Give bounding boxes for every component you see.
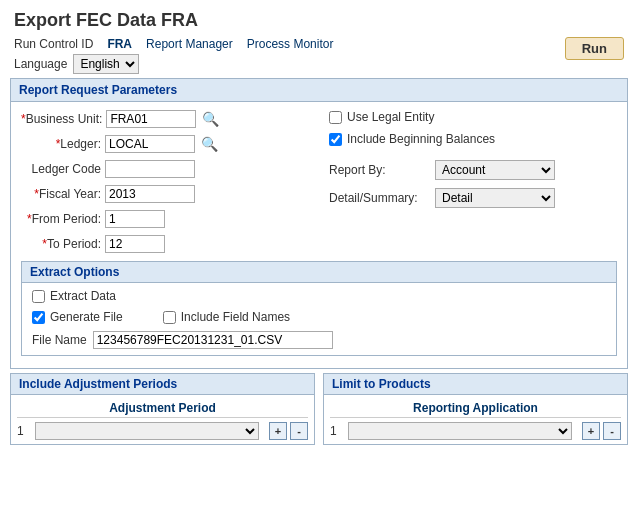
generate-file-checkbox[interactable]	[32, 311, 45, 324]
fiscal-year-label: Fiscal Year:	[21, 187, 101, 201]
extract-options-panel: Extract Options Extract Data Generate Fi…	[21, 261, 617, 356]
add-adjustment-period-button[interactable]: +	[269, 422, 287, 440]
process-monitor-link[interactable]: Process Monitor	[247, 37, 334, 51]
from-period-label: From Period:	[21, 212, 101, 226]
adjustment-period-col-header: Adjustment Period	[17, 401, 308, 415]
add-reporting-application-button[interactable]: +	[582, 422, 600, 440]
extract-data-label: Extract Data	[50, 289, 116, 303]
business-unit-label: Business Unit:	[21, 112, 102, 126]
extract-data-checkbox[interactable]	[32, 290, 45, 303]
adjustment-period-row: 1 + -	[17, 422, 308, 440]
report-by-select[interactable]: Account Department Project	[435, 160, 555, 180]
use-legal-entity-label: Use Legal Entity	[347, 110, 434, 124]
file-name-input[interactable]	[93, 331, 333, 349]
ledger-code-input[interactable]	[105, 160, 195, 178]
include-field-names-label: Include Field Names	[181, 310, 290, 324]
adj-row-num: 1	[17, 424, 31, 438]
limit-to-products-panel: Limit to Products Reporting Application …	[323, 373, 628, 445]
reporting-application-select[interactable]	[348, 422, 572, 440]
ledger-search-icon[interactable]: 🔍	[201, 136, 218, 152]
page-title: Export FEC Data FRA	[0, 0, 638, 37]
remove-adjustment-period-button[interactable]: -	[290, 422, 308, 440]
include-field-names-checkbox[interactable]	[163, 311, 176, 324]
business-unit-input[interactable]	[106, 110, 196, 128]
language-select[interactable]: English	[73, 54, 139, 74]
adjustment-periods-panel: Include Adjustment Periods Adjustment Pe…	[10, 373, 315, 445]
include-beginning-balances-label: Include Beginning Balances	[347, 132, 495, 146]
adjustment-periods-header: Include Adjustment Periods	[11, 374, 314, 395]
ledger-label: Ledger:	[21, 137, 101, 151]
report-request-panel: Report Request Parameters Business Unit:…	[10, 78, 628, 369]
detail-summary-select[interactable]: Detail Summary	[435, 188, 555, 208]
reporting-application-col-header: Reporting Application	[330, 401, 621, 415]
from-period-input[interactable]	[105, 210, 165, 228]
fiscal-year-input[interactable]	[105, 185, 195, 203]
business-unit-search-icon[interactable]: 🔍	[202, 111, 219, 127]
reporting-application-row: 1 + -	[330, 422, 621, 440]
report-by-label: Report By:	[329, 163, 429, 177]
reporting-app-row-num: 1	[330, 424, 344, 438]
extract-options-header: Extract Options	[22, 262, 616, 283]
run-button[interactable]: Run	[565, 37, 624, 60]
to-period-label: To Period:	[21, 237, 101, 251]
to-period-input[interactable]	[105, 235, 165, 253]
report-manager-link[interactable]: Report Manager	[146, 37, 233, 51]
file-name-label: File Name	[32, 333, 87, 347]
remove-reporting-application-button[interactable]: -	[603, 422, 621, 440]
generate-file-label: Generate File	[50, 310, 123, 324]
run-control-id-label: Run Control ID	[14, 37, 93, 51]
language-label: Language	[14, 57, 67, 71]
limit-to-products-header: Limit to Products	[324, 374, 627, 395]
report-request-panel-header: Report Request Parameters	[11, 79, 627, 102]
run-control-id-value: FRA	[107, 37, 132, 51]
adjustment-period-select[interactable]	[35, 422, 259, 440]
ledger-input[interactable]	[105, 135, 195, 153]
include-beginning-balances-checkbox[interactable]	[329, 133, 342, 146]
detail-summary-label: Detail/Summary:	[329, 191, 429, 205]
use-legal-entity-checkbox[interactable]	[329, 111, 342, 124]
ledger-code-label: Ledger Code	[21, 162, 101, 176]
